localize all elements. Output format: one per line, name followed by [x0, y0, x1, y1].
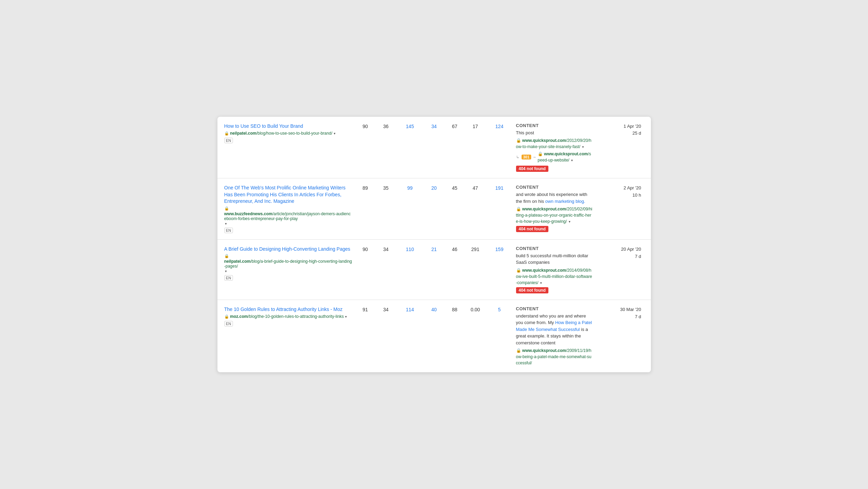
content-label: CONTENT: [516, 246, 593, 251]
col-traffic: 46: [444, 246, 465, 252]
lang-badge: EN: [224, 138, 233, 143]
col-pa: 34: [376, 246, 396, 252]
col-domains: 20: [424, 185, 444, 191]
dropdown-arrow-icon[interactable]: ▾: [345, 315, 347, 319]
url-text: www.buzzfeednews.com/article/jonchristia…: [224, 211, 352, 221]
col-da: 90: [355, 123, 376, 129]
col-links: 114: [396, 306, 424, 312]
result-title-link[interactable]: How to Use SEO to Build Your Brand: [224, 123, 352, 130]
lock-icon: 🔒: [224, 206, 229, 211]
col-domains: 21: [424, 246, 444, 252]
redirect-arrow-icon: →: [533, 155, 536, 159]
dropdown-arrow-icon[interactable]: ▾: [225, 222, 227, 226]
dropdown-arrow-icon[interactable]: ▾: [569, 220, 570, 223]
col-traffic: 45: [444, 185, 465, 191]
lock-icon: 🔒: [538, 152, 543, 156]
redirect-row: ↳ 301 → 🔒 www.quicksprout.com/speed-up-w…: [516, 151, 593, 163]
col-pa: 35: [376, 185, 396, 191]
url-text: neilpatel.com/blog/how-to-use-seo-to-bui…: [230, 131, 332, 136]
lock-icon: 🔒: [516, 348, 521, 353]
indent-icon: ↳: [516, 155, 519, 159]
content-label: CONTENT: [516, 185, 593, 190]
content-text: This post: [516, 129, 593, 136]
table-row: How to Use SEO to Build Your Brand 🔒 nei…: [217, 117, 651, 179]
table-row: One Of The Web's Most Prolific Online Ma…: [217, 178, 651, 240]
url-text: neilpatel.com/blog/a-brief-guide-to-desi…: [224, 259, 352, 269]
date-cell: 1 Apr '20 25 d: [596, 123, 644, 137]
result-title-link[interactable]: A Brief Guide to Designing High-Converti…: [224, 246, 352, 253]
result-title-cell: The 10 Golden Rules to Attracting Author…: [224, 306, 355, 327]
results-table: How to Use SEO to Build Your Brand 🔒 nei…: [217, 117, 651, 373]
result-title-link[interactable]: One Of The Web's Most Prolific Online Ma…: [224, 185, 352, 205]
date-line2: 7 d: [599, 313, 641, 321]
redirect-url: 🔒 www.quicksprout.com/speed-up-website/ …: [538, 151, 593, 163]
col-keywords: 47: [465, 185, 486, 191]
content-text: understand who you are and where you com…: [516, 313, 593, 346]
col-da: 90: [355, 246, 376, 252]
date-line2: 10 h: [599, 192, 641, 199]
content-cell: CONTENT This post 🔒 www.quicksprout.com/…: [513, 123, 596, 172]
dropdown-arrow-icon[interactable]: ▾: [540, 281, 542, 285]
content-url: 🔒 www.quicksprout.com/2009/11/19/how-bei…: [516, 347, 593, 366]
dropdown-arrow-icon[interactable]: ▾: [334, 132, 335, 135]
table-row: The 10 Golden Rules to Attracting Author…: [217, 300, 651, 373]
dropdown-arrow-icon[interactable]: ▾: [225, 269, 227, 273]
col-keywords: 17: [465, 123, 486, 129]
col-links: 99: [396, 185, 424, 191]
lock-icon: 🔒: [516, 268, 521, 273]
date-cell: 30 Mar '20 7 d: [596, 306, 644, 321]
lock-icon: 🔒: [224, 131, 229, 136]
content-url: 🔒 www.quicksprout.com/2012/09/20/how-to-…: [516, 137, 593, 150]
result-title-cell: A Brief Guide to Designing High-Converti…: [224, 246, 355, 281]
col-keywords: 0.00: [465, 306, 486, 312]
date-line2: 25 d: [599, 130, 641, 137]
col-pa: 36: [376, 123, 396, 129]
dropdown-arrow-icon[interactable]: ▾: [571, 158, 573, 162]
content-text: and wrote about his experience with the …: [516, 191, 593, 205]
date-line1: 1 Apr '20: [599, 123, 641, 130]
col-pa: 34: [376, 306, 396, 312]
col-score: 191: [486, 185, 513, 191]
404-badge: 404 not found: [516, 287, 549, 293]
redirect-badge: 301: [522, 155, 531, 159]
content-text: build 5 successful multi-million dollar …: [516, 252, 593, 266]
lang-badge: EN: [224, 321, 233, 326]
content-cell: CONTENT and wrote about his experience w…: [513, 185, 596, 232]
lock-icon: 🔒: [224, 254, 229, 258]
col-links: 145: [396, 123, 424, 129]
col-score: 5: [486, 306, 513, 312]
content-label: CONTENT: [516, 123, 593, 128]
result-title-link[interactable]: The 10 Golden Rules to Attracting Author…: [224, 306, 352, 313]
404-badge: 404 not found: [516, 166, 549, 172]
result-title-cell: How to Use SEO to Build Your Brand 🔒 nei…: [224, 123, 355, 144]
content-label: CONTENT: [516, 306, 593, 311]
content-cell: CONTENT understand who you are and where…: [513, 306, 596, 366]
content-cell: CONTENT build 5 successful multi-million…: [513, 246, 596, 293]
col-traffic: 88: [444, 306, 465, 312]
col-score: 159: [486, 246, 513, 252]
col-links: 110: [396, 246, 424, 252]
col-keywords: 291: [465, 246, 486, 252]
url-text: moz.com/blog/the-10-golden-rules-to-attr…: [230, 314, 344, 319]
col-traffic: 67: [444, 123, 465, 129]
result-title-cell: One Of The Web's Most Prolific Online Ma…: [224, 185, 355, 233]
col-da: 89: [355, 185, 376, 191]
404-badge: 404 not found: [516, 226, 549, 232]
lock-icon: 🔒: [224, 314, 229, 319]
col-domains: 40: [424, 306, 444, 312]
dropdown-arrow-icon[interactable]: ▾: [582, 145, 584, 149]
date-line2: 7 d: [599, 253, 641, 260]
col-da: 91: [355, 306, 376, 312]
date-line1: 2 Apr '20: [599, 185, 641, 192]
lang-badge: EN: [224, 275, 233, 281]
lock-icon: 🔒: [516, 138, 521, 143]
date-line1: 20 Apr '20: [599, 246, 641, 253]
lang-badge: EN: [224, 228, 233, 233]
lock-icon: 🔒: [516, 207, 521, 211]
content-inline-link[interactable]: own marketing blog.: [545, 199, 585, 204]
date-cell: 20 Apr '20 7 d: [596, 246, 644, 260]
content-url: 🔒 www.quicksprout.com/2014/09/08/how-ive…: [516, 267, 593, 286]
date-line1: 30 Mar '20: [599, 306, 641, 313]
date-cell: 2 Apr '20 10 h: [596, 185, 644, 199]
content-url: 🔒 www.quicksprout.com/2015/02/09/hitting…: [516, 206, 593, 225]
